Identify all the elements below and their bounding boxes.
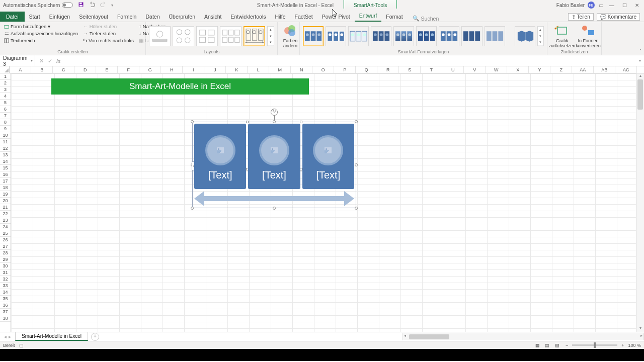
zoom-slider[interactable] [572, 344, 617, 346]
row-header[interactable]: 7 [0, 113, 11, 119]
column-header[interactable]: C [53, 66, 74, 73]
column-header[interactable]: X [507, 66, 529, 73]
autosave-switch-icon[interactable] [62, 3, 73, 8]
close-icon[interactable]: ✕ [635, 3, 639, 8]
smartart-text-2[interactable]: [Text] [262, 169, 286, 181]
normal-view-icon[interactable]: ▦ [533, 342, 542, 348]
tab-pagelayout[interactable]: Seitenlayout [74, 12, 113, 22]
smartart-card-2[interactable]: [Text] [248, 124, 300, 189]
row-header[interactable]: 30 [0, 263, 11, 269]
row-header[interactable]: 18 [0, 185, 11, 191]
avatar[interactable]: FB [588, 2, 595, 9]
tab-factset[interactable]: FactSet [290, 12, 317, 22]
column-header[interactable]: Q [356, 66, 377, 73]
row-header[interactable]: 4 [0, 93, 11, 100]
column-header[interactable]: Y [529, 66, 550, 73]
row-header[interactable]: 24 [0, 224, 11, 230]
tab-view[interactable]: Ansicht [200, 12, 226, 22]
column-header[interactable]: N [291, 66, 312, 73]
row-header[interactable]: 17 [0, 178, 11, 185]
row-header[interactable]: 34 [0, 289, 11, 296]
column-header[interactable]: U [442, 66, 464, 73]
minimize-icon[interactable]: — [609, 3, 614, 8]
style-option-3d[interactable] [515, 26, 535, 46]
style-option-9[interactable] [485, 26, 505, 46]
autosave-toggle[interactable]: Automatisches Speichern [3, 3, 73, 8]
style-option-1[interactable] [303, 26, 324, 46]
tab-powerpivot[interactable]: Power Pivot [317, 12, 355, 22]
inner-handle[interactable] [246, 121, 249, 123]
share-button[interactable]: ⇪Teilen [568, 13, 594, 21]
row-header[interactable]: 3 [0, 86, 11, 93]
column-header[interactable]: K [226, 66, 248, 73]
column-header[interactable]: E [96, 66, 118, 73]
resize-handle-ne[interactable] [355, 120, 358, 123]
row-header[interactable]: 28 [0, 250, 11, 256]
column-header[interactable]: I [183, 66, 204, 73]
resize-handle-n[interactable] [273, 120, 276, 123]
picture-placeholder-icon[interactable] [205, 135, 235, 165]
view-buttons[interactable]: ▦ ▤ ▧ [533, 343, 561, 348]
style-gallery-expand[interactable]: ▴▾▾ [537, 26, 544, 46]
name-box[interactable]: Diagramm 3▾ [0, 55, 35, 67]
column-header[interactable]: G [139, 66, 161, 73]
smartart-card-3[interactable]: [Text] [302, 124, 354, 189]
picture-placeholder-icon[interactable] [313, 135, 343, 165]
text-pane-button[interactable]: Textbereich [3, 37, 79, 44]
resize-handle-e[interactable] [355, 163, 358, 166]
tab-review[interactable]: Überprüfen [165, 12, 200, 22]
style-option-2[interactable] [326, 26, 346, 46]
row-header[interactable]: 14 [0, 158, 11, 165]
reset-graphic-button[interactable]: Grafik zurücksetzen [550, 23, 574, 49]
smartart-arrow[interactable] [194, 191, 354, 206]
tab-file[interactable]: Datei [0, 12, 25, 22]
smartart-graphic[interactable]: [Text] [Text] [Text] [194, 124, 354, 206]
change-colors-button[interactable]: Farben ändern [281, 23, 300, 49]
tab-data[interactable]: Daten [141, 12, 164, 22]
column-header[interactable]: O [312, 66, 334, 73]
row-header[interactable]: 2 [0, 80, 11, 86]
row-header[interactable]: 27 [0, 243, 11, 250]
column-header[interactable]: D [74, 66, 96, 73]
row-header[interactable]: 22 [0, 211, 11, 217]
comments-button[interactable]: 💬Kommentare [597, 13, 640, 21]
save-icon[interactable] [78, 2, 84, 9]
row-header[interactable]: 15 [0, 165, 11, 171]
column-header[interactable]: M [269, 66, 291, 73]
maximize-icon[interactable]: ☐ [622, 3, 627, 8]
column-header[interactable]: P [334, 66, 356, 73]
add-sheet-button[interactable]: + [91, 333, 99, 341]
page-layout-view-icon[interactable]: ▤ [543, 342, 551, 348]
style-option-6[interactable] [416, 26, 437, 46]
column-header[interactable]: L [248, 66, 269, 73]
tab-design[interactable]: Entwurf [355, 11, 382, 22]
row-header[interactable]: 8 [0, 119, 11, 126]
row-header[interactable]: 13 [0, 152, 11, 158]
layout-option-selected[interactable] [244, 26, 265, 46]
tab-start[interactable]: Start [25, 12, 45, 22]
style-option-8[interactable] [461, 26, 482, 46]
column-header[interactable]: AC [615, 66, 637, 73]
tab-formulas[interactable]: Formeln [113, 12, 141, 22]
sheet-nav[interactable]: ◂▸ [0, 334, 15, 339]
rotate-handle[interactable] [271, 109, 278, 116]
scroll-right-icon[interactable]: ▸ [640, 333, 642, 338]
smartart-text-3[interactable]: [Text] [316, 169, 340, 181]
picture-placeholder-icon[interactable] [259, 135, 289, 165]
undo-icon[interactable] [89, 2, 95, 9]
row-header[interactable]: 6 [0, 106, 11, 113]
scroll-up-icon[interactable]: ▴ [636, 73, 644, 79]
column-header[interactable]: B [31, 66, 53, 73]
column-header[interactable]: W [486, 66, 507, 73]
column-header[interactable]: AB [594, 66, 615, 73]
row-header[interactable]: 19 [0, 191, 11, 198]
column-header[interactable]: F [118, 66, 139, 73]
smartart-card-1[interactable]: [Text] [194, 124, 246, 189]
qat-customize-icon[interactable]: ▾ [111, 3, 113, 8]
layout-gallery-expand[interactable]: ▴▾▾ [267, 26, 274, 46]
column-header[interactable]: A [10, 66, 31, 73]
zoom-out-icon[interactable]: − [566, 343, 568, 348]
row-header[interactable]: 12 [0, 145, 11, 152]
zoom-in-icon[interactable]: + [621, 343, 624, 348]
style-option-5[interactable] [393, 26, 414, 46]
